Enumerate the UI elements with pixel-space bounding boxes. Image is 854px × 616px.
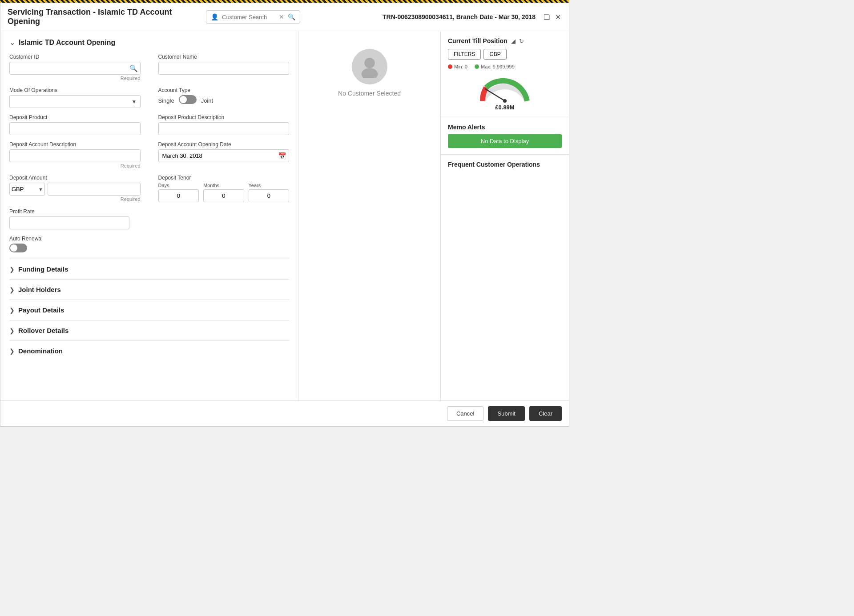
frequent-ops-section: Frequent Customer Operations [441,155,569,400]
calendar-button[interactable]: 📅 [278,152,286,160]
clear-search-button[interactable]: ✕ [279,13,284,20]
denomination-chevron: ❯ [9,348,15,355]
form-section-title: Islamic TD Account Opening [19,39,115,47]
avatar-icon [359,56,381,78]
deposit-amount-input[interactable] [48,183,141,196]
deposit-product-desc-field: Deposit Product Description [158,114,290,135]
denomination-label: Denomination [18,347,63,355]
refresh-icon-button[interactable]: ↻ [519,38,524,44]
deposit-amount-row: GBP ▼ [9,183,141,196]
gauge-labels: Min: 0 Max: 9,999,999 [448,64,562,69]
content-area: ⌄ Islamic TD Account Opening Customer ID… [0,31,569,400]
tenor-months-input[interactable] [203,189,244,202]
customer-search-bar[interactable]: 👤 ✕ 🔍 [206,10,300,24]
gauge-max-label: Max: 9,999,999 [475,64,515,69]
title-bar: Servicing Transaction - Islamic TD Accou… [0,3,569,31]
rollover-details-chevron: ❯ [9,327,15,334]
mode-of-operations-label: Mode Of Operations [9,87,141,93]
funding-details-section[interactable]: ❯ Funding Details [9,259,289,279]
deposit-product-desc-input[interactable] [158,122,290,135]
payout-details-chevron: ❯ [9,307,15,314]
auto-renewal-toggle[interactable] [9,244,27,252]
cancel-button[interactable]: Cancel [447,406,483,421]
currency-select[interactable]: GBP [9,183,45,196]
restore-button[interactable]: ❏ [543,12,551,22]
customer-id-input[interactable] [9,62,141,75]
profit-rate-label: Profit Rate [9,208,129,215]
close-button[interactable]: ✕ [554,12,562,22]
deposit-account-desc-field: Deposit Account Description Required [9,141,141,168]
svg-point-1 [361,68,378,78]
search-button[interactable]: 🔍 [288,13,295,20]
svg-point-3 [503,99,507,103]
customer-panel: No Customer Selected [298,31,441,400]
collapse-chevron[interactable]: ⌄ [9,38,15,47]
gauge-svg [478,72,532,103]
payout-details-section[interactable]: ❯ Payout Details [9,300,289,320]
current-till-section: Current Till Position ◢ ↻ FILTERS GBP Mi… [441,31,569,117]
deposit-product-input[interactable] [9,122,141,135]
joint-holders-label: Joint Holders [18,286,61,293]
profit-rate-input[interactable] [9,216,129,229]
account-type-row: Single Joint [158,95,290,106]
mode-of-operations-field: Mode Of Operations ▼ [9,87,141,108]
filter-buttons: FILTERS GBP [448,49,562,60]
deposit-opening-date-field: Deposit Account Opening Date 📅 [158,141,290,168]
trn-info: TRN-0062308900034611, Branch Date - Mar … [307,13,536,20]
window-controls: ❏ ✕ [543,12,562,22]
mode-of-operations-select[interactable] [9,95,141,108]
tenor-months-label: Months [203,183,244,188]
account-type-toggle[interactable] [179,95,197,104]
memo-no-data: No Data to Display [448,134,562,148]
customer-id-field: Customer ID 🔍 Required [9,54,141,81]
single-label: Single [158,97,174,104]
deposit-opening-date-input[interactable] [158,149,290,162]
right-panel: Current Till Position ◢ ↻ FILTERS GBP Mi… [441,31,569,400]
account-type-label: Account Type [158,87,290,93]
customer-search-input[interactable] [222,14,275,20]
joint-holders-section[interactable]: ❯ Joint Holders [9,279,289,300]
max-text: Max: 9,999,999 [481,64,515,69]
filters-button[interactable]: FILTERS [448,49,481,60]
min-dot [448,64,452,69]
customer-name-field: Customer Name [158,54,290,81]
customer-id-search-button[interactable]: 🔍 [129,64,138,72]
form-panel: ⌄ Islamic TD Account Opening Customer ID… [0,31,298,400]
gauge-container: £0.89M [448,72,562,111]
tenor-days-label: Days [158,183,199,188]
memo-alerts-section: Memo Alerts No Data to Display [441,117,569,155]
window-title: Servicing Transaction - Islamic TD Accou… [8,8,199,26]
account-type-slider [179,95,197,104]
bottom-bar: Cancel Submit Clear [0,400,569,426]
auto-renewal-label: Auto Renewal [9,236,289,242]
svg-point-0 [364,58,375,68]
tenor-years-input[interactable] [249,189,290,202]
filter-icon-button[interactable]: ◢ [511,38,516,44]
account-type-field: Account Type Single Joint [158,87,290,108]
tenor-months-col: Months [203,183,244,202]
deposit-account-desc-input[interactable] [9,149,141,162]
mode-of-operations-wrapper: ▼ [9,95,141,108]
frequent-ops-title: Frequent Customer Operations [448,161,562,168]
denomination-section[interactable]: ❯ Denomination [9,340,289,361]
deposit-account-desc-label: Deposit Account Description [9,141,141,148]
gauge-value: £0.89M [495,104,514,111]
customer-name-input[interactable] [158,62,290,75]
deposit-product-label: Deposit Product [9,114,141,120]
form-grid: Customer ID 🔍 Required Customer Name Mod… [9,54,289,208]
deposit-opening-date-label: Deposit Account Opening Date [158,141,290,148]
customer-avatar [352,49,387,84]
deposit-product-field: Deposit Product [9,114,141,135]
clear-button[interactable]: Clear [529,406,562,421]
current-till-title-row: Current Till Position ◢ ↻ [448,37,562,44]
joint-label: Joint [201,97,213,104]
tenor-days-input[interactable] [158,189,199,202]
funding-details-label: Funding Details [18,265,68,273]
rollover-details-label: Rollover Details [18,327,68,334]
customer-id-input-wrapper: 🔍 [9,62,141,75]
submit-button[interactable]: Submit [488,406,524,421]
deposit-amount-required: Required [9,196,141,202]
rollover-details-section[interactable]: ❯ Rollover Details [9,320,289,340]
joint-holders-chevron: ❯ [9,286,15,293]
currency-button[interactable]: GBP [483,49,506,60]
